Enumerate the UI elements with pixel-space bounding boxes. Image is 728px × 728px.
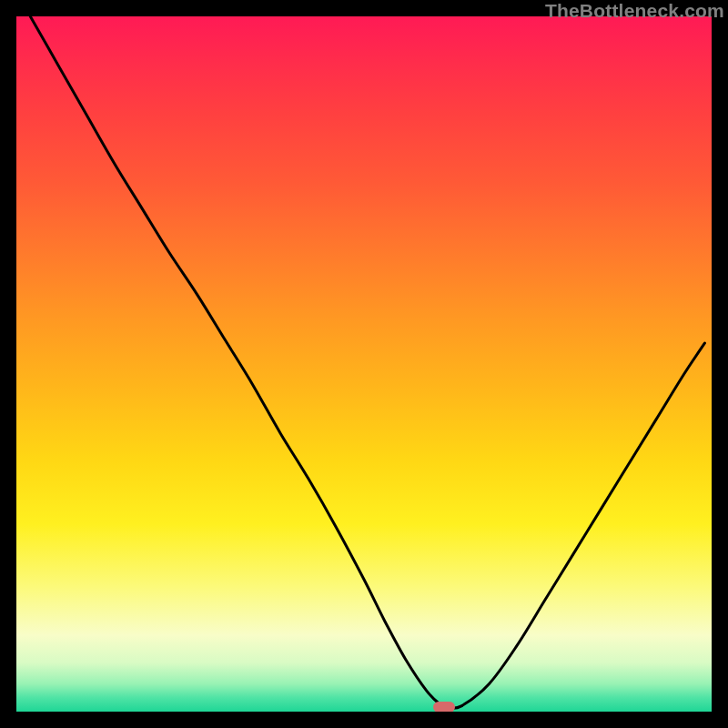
- bottleneck-curve: [16, 16, 712, 712]
- watermark-label: TheBottleneck.com: [545, 1, 724, 20]
- plot-area: [16, 16, 712, 712]
- chart-stage: TheBottleneck.com: [0, 0, 728, 728]
- marker-pill: [433, 702, 455, 712]
